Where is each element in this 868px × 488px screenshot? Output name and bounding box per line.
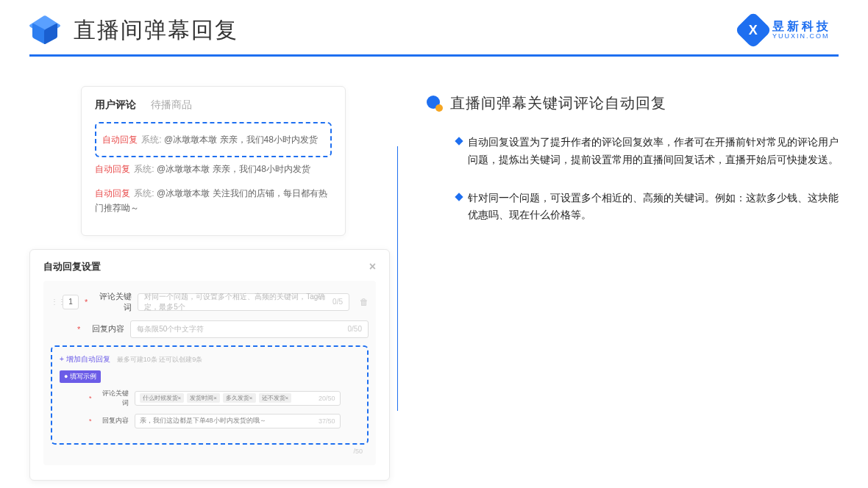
ex-reply-label: 回复内容 xyxy=(98,416,129,426)
comment-text: @冰墩墩本墩 亲亲，我们48小时内发货 xyxy=(157,164,310,174)
drag-handle-icon[interactable]: ⋮⋮ xyxy=(51,298,57,306)
highlighted-comment: 自动回复 系统: @冰墩墩本墩 亲亲，我们48小时内发货 xyxy=(95,122,332,157)
input-placeholder: 每条限50个中文字符 xyxy=(137,324,204,334)
page-title: 直播间弹幕回复 xyxy=(74,15,238,46)
header-left: 直播间弹幕回复 xyxy=(29,15,238,46)
bullet-text: 自动回复设置为了提升作者的评论回复效率，作者可在开播前针对常见的评论用户问题，提… xyxy=(468,134,839,169)
comment-row: 自动回复 系统: @冰墩墩本墩 亲亲，我们48小时内发货 xyxy=(95,157,332,181)
input-placeholder: 对同一个问题，可设置多个相近、高频的关键词，Tag确定，最多5个 xyxy=(144,292,328,312)
system-tag: 系统: xyxy=(134,164,154,174)
example-section: + 增加自动回复 最多可建10条 还可以创建9条 ● 填写示例 * 评论关键词 … xyxy=(51,345,369,445)
diamond-icon xyxy=(455,137,463,145)
comments-panel: 用户评论 待播商品 自动回复 系统: @冰墩墩本墩 亲亲，我们48小时内发货 自… xyxy=(81,86,346,236)
settings-title: 自动回复设置 xyxy=(43,260,101,273)
ex-keyword-input[interactable]: 什么时候发货× 发货时间× 多久发货× 还不发货× 20/50 xyxy=(135,391,341,406)
index-badge: 1 xyxy=(63,295,79,309)
brand-logo-icon: X xyxy=(735,12,772,49)
bullet-icon xyxy=(427,96,443,112)
counter: 37/50 xyxy=(319,417,335,425)
brand-name: 昱新科技 xyxy=(772,20,831,33)
counter: 0/50 xyxy=(344,325,362,333)
brand-url: YUUXIN.COM xyxy=(772,33,831,40)
example-badge: ● 填写示例 xyxy=(60,370,101,383)
keyword-tag[interactable]: 还不发货× xyxy=(259,393,292,403)
add-auto-reply-link[interactable]: + 增加自动回复 xyxy=(60,354,110,365)
cube-icon xyxy=(29,15,60,46)
ex-reply-input[interactable]: 亲，我们这边都是下单48小时内发货的哦～ 37/50 xyxy=(135,414,341,428)
connector-line xyxy=(397,146,410,411)
reply-input[interactable]: 每条限50个中文字符 0/50 xyxy=(130,320,369,338)
keyword-label: 评论关键词 xyxy=(93,291,132,313)
outer-counter: /50 xyxy=(51,445,369,455)
auto-reply-tag: 自动回复 xyxy=(95,164,130,174)
required-star: * xyxy=(89,395,92,402)
keyword-tag[interactable]: 发货时间× xyxy=(187,393,220,403)
comment-row: 自动回复 系统: @冰墩墩本墩 亲亲，我们48小时内发货 xyxy=(102,128,324,151)
auto-reply-tag: 自动回复 xyxy=(95,188,130,198)
counter: 0/5 xyxy=(328,298,343,306)
keyword-tag[interactable]: 什么时候发货× xyxy=(140,393,185,403)
system-tag: 系统: xyxy=(134,188,154,198)
comment-row: 自动回复 系统: @冰墩墩本墩 关注我们的店铺，每日都有热门推荐呦～ xyxy=(95,182,332,220)
keyword-input[interactable]: 对同一个问题，可设置多个相近、高频的关键词，Tag确定，最多5个 0/5 xyxy=(138,293,349,311)
delete-icon[interactable]: 🗑 xyxy=(355,297,369,307)
section-heading: 直播间弹幕关键词评论自动回复 xyxy=(427,93,839,113)
ex-keyword-label: 评论关键词 xyxy=(98,389,129,408)
bullet-item: 自动回复设置为了提升作者的评论回复效率，作者可在开播前针对常见的评论用户问题，提… xyxy=(427,134,839,169)
close-icon[interactable]: × xyxy=(369,260,376,273)
add-hint: 最多可建10条 还可以创建9条 xyxy=(117,356,203,363)
tab-products[interactable]: 待播商品 xyxy=(151,98,192,112)
auto-reply-settings-panel: 自动回复设置 × ⋮⋮ 1 * 评论关键词 对同一个问题，可设置多个相近、高频的… xyxy=(29,249,390,481)
bullet-text: 针对同一个问题，可设置多个相近的、高频的关键词。例如：这款多少钱、这块能优惠吗、… xyxy=(468,190,839,225)
comment-text: @冰墩墩本墩 亲亲，我们48小时内发货 xyxy=(164,134,318,145)
bullet-item: 针对同一个问题，可设置多个相近的、高频的关键词。例如：这款多少钱、这块能优惠吗、… xyxy=(427,190,839,225)
reply-label: 回复内容 xyxy=(86,323,124,334)
required-star: * xyxy=(77,325,80,334)
tab-user-comments[interactable]: 用户评论 xyxy=(95,98,136,112)
keyword-tag[interactable]: 多久发货× xyxy=(223,393,256,403)
diamond-icon xyxy=(455,193,463,201)
auto-reply-tag: 自动回复 xyxy=(102,134,138,145)
ex-reply-value: 亲，我们这边都是下单48小时内发货的哦～ xyxy=(140,416,266,426)
system-tag: 系统: xyxy=(141,134,161,145)
section-title-text: 直播间弹幕关键词评论自动回复 xyxy=(450,93,666,113)
brand-block: X 昱新科技 YUUXIN.COM xyxy=(740,17,831,43)
slide-header: 直播间弹幕回复 X 昱新科技 YUUXIN.COM xyxy=(0,0,868,54)
required-star: * xyxy=(89,417,92,425)
counter: 20/50 xyxy=(319,395,335,402)
required-star: * xyxy=(85,298,88,306)
